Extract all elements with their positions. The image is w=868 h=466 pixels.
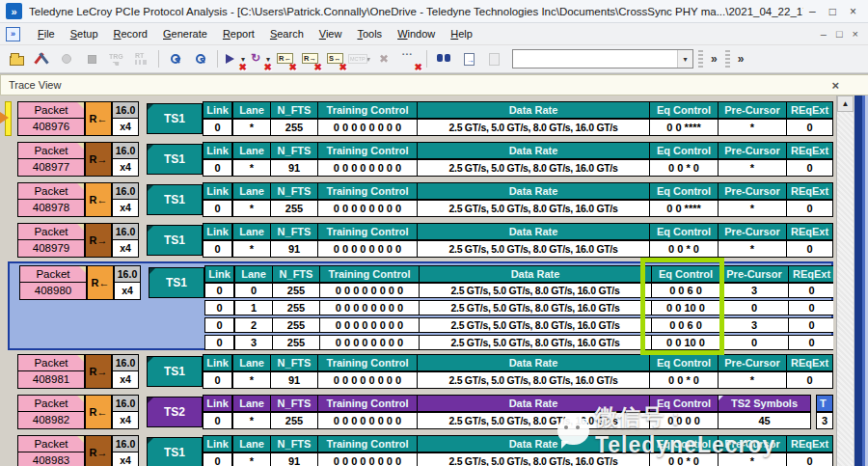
cell-link[interactable]: 0	[203, 412, 232, 429]
maximize-button[interactable]: □	[829, 5, 836, 18]
speed-cell[interactable]: 16.0x4	[112, 395, 139, 429]
cell-n_fts[interactable]: 91	[270, 371, 318, 389]
cell-training_control[interactable]: 0 0 0 0 0 0 0 0	[317, 240, 418, 258]
packet-cell[interactable]: Packet408983	[17, 435, 85, 466]
cell-lane[interactable]: *	[232, 119, 271, 136]
cell-reqext[interactable]: 0	[788, 317, 833, 333]
packet-row[interactable]: Packet408981R→16.0x4TS1LinkLaneN_FTSTrai…	[8, 352, 833, 391]
cell-link[interactable]: 0	[203, 159, 232, 177]
cell-data_rate[interactable]: 2.5 GT/s, 5.0 GT/s, 8.0 GT/s, 16.0 GT/s	[419, 283, 652, 298]
zoom-in-button[interactable]	[164, 48, 187, 70]
cell-training_control[interactable]: 0 0 0 0 0 0 0 0	[317, 200, 418, 217]
ordered-set-type-cell[interactable]: TS1	[147, 225, 203, 256]
menu-tools[interactable]: Tools	[349, 25, 390, 42]
packet-row[interactable]: Packet408982R←16.0x4TS2LinkLaneN_FTSTrai…	[8, 393, 833, 431]
cell-data_rate[interactable]: 2.5 GT/s, 5.0 GT/s, 8.0 GT/s, 16.0 GT/s	[419, 317, 652, 333]
packet-cell[interactable]: Packet408982	[17, 395, 85, 429]
cell-pre_cursor[interactable]: *	[718, 371, 787, 389]
filter-right-button[interactable]: ✖	[298, 48, 321, 70]
speed-cell[interactable]: 16.0x4	[112, 354, 139, 389]
cell-lane[interactable]: *	[232, 200, 271, 217]
mdi-minimize-button[interactable]: –	[821, 28, 827, 40]
cell-link[interactable]: 0	[203, 240, 232, 258]
menu-file[interactable]: File	[30, 25, 63, 42]
cell-link[interactable]: 0	[204, 283, 234, 298]
speed-cell[interactable]: 16.0x4	[112, 182, 139, 217]
cell-eq_control[interactable]: 0 0 * 0	[649, 452, 719, 466]
menu-search[interactable]: Search	[262, 25, 312, 42]
mdi-restore-button[interactable]: □	[836, 28, 843, 40]
trace-view-close-button[interactable]: ×	[831, 78, 839, 93]
cell-pre_cursor[interactable]: 0	[719, 335, 789, 350]
direction-cell[interactable]: R←	[85, 395, 112, 429]
combobox-dropdown-icon[interactable]: ▾	[677, 50, 692, 68]
zoom-out-button[interactable]	[189, 48, 212, 70]
cell-link[interactable]: 0	[203, 119, 232, 136]
cell-link[interactable]: 0	[204, 300, 234, 315]
packet-row[interactable]: Packet408977R→16.0x4TS1LinkLaneN_FTSTrai…	[8, 140, 833, 178]
cell-pre_cursor[interactable]: *	[718, 119, 787, 136]
cell-reqext[interactable]: 0	[786, 119, 833, 136]
packet-cell[interactable]: Packet408979	[17, 223, 85, 258]
cell-lane[interactable]: 0	[234, 283, 273, 298]
cell-pre_cursor[interactable]: *	[718, 240, 787, 258]
cell-eq_control[interactable]: 0 0 * 0	[649, 240, 719, 258]
cell-data_rate[interactable]: 2.5 GT/s, 5.0 GT/s, 8.0 GT/s, 16.0 GT/s	[417, 371, 650, 389]
cell-data_rate[interactable]: 2.5 GT/s, 5.0 GT/s, 8.0 GT/s, 16.0 GT/s	[417, 119, 650, 136]
speed-cell[interactable]: 16.0x4	[112, 223, 139, 258]
cell-n_fts[interactable]: 255	[270, 412, 318, 429]
direction-cell[interactable]: R→	[85, 223, 112, 258]
cell-link[interactable]: 0	[203, 200, 232, 217]
cell-pre_cursor[interactable]: *	[718, 200, 787, 217]
mdi-close-button[interactable]: ×	[853, 28, 858, 40]
cell-lane[interactable]: *	[232, 240, 271, 258]
cell-training_control[interactable]: 0 0 0 0 0 0 0 0	[317, 371, 418, 389]
cell-reqext[interactable]: 0	[788, 283, 833, 298]
minimize-button[interactable]: –	[809, 5, 816, 18]
menu-window[interactable]: Window	[390, 25, 443, 42]
search-button[interactable]	[432, 48, 455, 70]
cell-eq_control[interactable]: 0 0 * 0	[649, 159, 719, 177]
packet-row[interactable]: Packet408983R→16.0x4TS1LinkLaneN_FTSTrai…	[8, 433, 833, 466]
filter-arrow-button[interactable]: ✖▾	[223, 48, 246, 70]
cell-reqext[interactable]: 0	[788, 300, 833, 315]
vertical-scrollbar[interactable]: ▲	[836, 96, 854, 466]
ordered-set-type-cell[interactable]: TS1	[147, 144, 203, 175]
filter-left-button[interactable]: ✖	[273, 48, 296, 70]
cell-training_control[interactable]: 0 0 0 0 0 0 0 0	[317, 412, 418, 429]
packet-cell[interactable]: Packet408980	[19, 265, 87, 300]
menu-record[interactable]: Record	[106, 25, 155, 42]
cell-training_control[interactable]: 0 0 0 0 0 0 0 0	[319, 300, 420, 315]
filter-split-button[interactable]: ✖	[323, 48, 346, 70]
cell-n_fts[interactable]: 91	[270, 159, 318, 177]
cell-n_fts[interactable]: 91	[270, 452, 318, 466]
ordered-set-type-cell[interactable]: TS1	[149, 267, 204, 298]
ordered-set-type-cell[interactable]: TS1	[147, 437, 203, 466]
cell-reqext[interactable]: 0	[786, 240, 833, 258]
speed-cell[interactable]: 16.0x4	[112, 101, 139, 136]
cell-training_control[interactable]: 0 0 0 0 0 0 0 0	[317, 159, 418, 177]
filter-refresh-button[interactable]: ✖▾	[248, 48, 271, 70]
cell-data_rate[interactable]: 2.5 GT/s, 5.0 GT/s, 8.0 GT/s, 16.0 GT/s	[417, 240, 650, 258]
speed-cell[interactable]: 16.0x4	[112, 435, 139, 466]
cell-data_rate[interactable]: 2.5 GT/s, 5.0 GT/s, 8.0 GT/s, 16.0 GT/s	[417, 159, 650, 177]
packet-row[interactable]: Packet408976R←16.0x4TS1LinkLaneN_FTSTrai…	[8, 99, 833, 138]
close-button[interactable]: ×	[850, 5, 856, 18]
cell-data_rate[interactable]: 2.5 GT/s, 5.0 GT/s, 8.0 GT/s, 16.0 GT/s	[417, 200, 650, 217]
speed-cell[interactable]: 16.0x4	[114, 265, 141, 300]
open-file-button[interactable]	[5, 48, 28, 70]
cell-n_fts[interactable]: 255	[270, 200, 318, 217]
menu-report[interactable]: Report	[215, 25, 262, 42]
cell-n_fts[interactable]: 255	[272, 317, 320, 333]
cell-data_rate[interactable]: 2.5 GT/s, 5.0 GT/s, 8.0 GT/s, 16.0 GT/s	[417, 452, 650, 466]
cell-lane[interactable]: *	[232, 371, 271, 389]
cell-link[interactable]: 0	[203, 452, 232, 466]
cell-reqext[interactable]: 0	[786, 371, 833, 389]
direction-cell[interactable]: R←	[87, 265, 114, 300]
cell-pre_cursor[interactable]: *	[718, 452, 787, 466]
cell-lane[interactable]: 1	[234, 300, 273, 315]
toolbar-overflow-chevron[interactable]: »	[708, 52, 720, 66]
cell-ts2_symbols[interactable]: 45	[718, 412, 811, 429]
cell-eq_control[interactable]: 0 0 0 0	[649, 412, 719, 429]
direction-cell[interactable]: R←	[85, 182, 112, 217]
